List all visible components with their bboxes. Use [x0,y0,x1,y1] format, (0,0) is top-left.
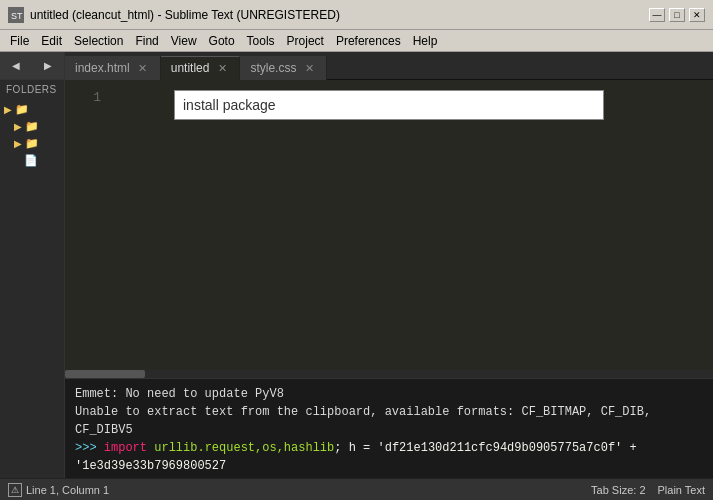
sidebar-item-4[interactable]: 📄 [0,152,64,169]
command-input[interactable] [175,91,603,119]
folder-icon-3: 📁 [25,137,39,150]
svg-text:ST: ST [11,11,23,21]
menu-goto[interactable]: Goto [203,32,241,50]
folder-icon: 📁 [15,103,29,116]
console-line-2: Unable to extract text from the clipboar… [75,403,703,439]
tab-close-index[interactable]: ✕ [136,61,150,75]
horizontal-scrollbar[interactable] [65,370,713,378]
syntax-label[interactable]: Plain Text [658,484,706,496]
file-icon: 📄 [24,154,38,167]
menu-edit[interactable]: Edit [35,32,68,50]
tab-label-index: index.html [75,61,130,75]
folder-expand-icon: ▶ [4,104,12,115]
sidebar-items: ▶ 📁 ▶ 📁 ▶ 📁 📄 [0,99,64,171]
console-import-keyword: import [104,441,154,455]
main-container: ◀ ▶ FOLDERS ▶ 📁 ▶ 📁 ▶ 📁 📄 [0,52,713,478]
scrollbar-thumb-horizontal[interactable] [65,370,145,378]
line-numbers: 1 [65,80,105,370]
menu-view[interactable]: View [165,32,203,50]
code-area[interactable] [105,80,713,370]
tab-label-style: style.css [250,61,296,75]
console-code: urllib.request,os,hashlib [154,441,334,455]
status-warning-icon: ⚠ [8,483,22,497]
tab-close-style[interactable]: ✕ [302,61,316,75]
tab-close-untitled[interactable]: ✕ [215,61,229,75]
title-bar: ST untitled (cleancut_html) - Sublime Te… [0,0,713,30]
console-line-3: >>> import urllib.request,os,hashlib; h … [75,439,703,475]
status-right: Tab Size: 2 Plain Text [591,484,705,496]
menu-tools[interactable]: Tools [241,32,281,50]
maximize-button[interactable]: □ [669,8,685,22]
window-controls: — □ ✕ [649,8,705,22]
menu-selection[interactable]: Selection [68,32,129,50]
title-bar-left: ST untitled (cleancut_html) - Sublime Te… [8,7,340,23]
line-number-1: 1 [65,88,101,108]
menu-file[interactable]: File [4,32,35,50]
folder-expand-icon-3: ▶ [14,138,22,149]
status-bar: ⚠ Line 1, Column 1 Tab Size: 2 Plain Tex… [0,478,713,500]
folder-expand-icon-2: ▶ [14,121,22,132]
minimize-button[interactable]: — [649,8,665,22]
cursor-position: Line 1, Column 1 [26,484,109,496]
console-line-1: Emmet: No need to update PyV8 [75,385,703,403]
menu-help[interactable]: Help [407,32,444,50]
sidebar-item-1[interactable]: ▶ 📁 [0,101,64,118]
tab-label-untitled: untitled [171,61,210,75]
tab-index-html[interactable]: index.html ✕ [65,56,161,80]
sidebar-item-3[interactable]: ▶ 📁 [0,135,64,152]
status-left: ⚠ Line 1, Column 1 [8,483,109,497]
command-palette[interactable] [174,90,604,120]
editor-area: index.html ✕ untitled ✕ style.css ✕ 1 [65,52,713,478]
menu-preferences[interactable]: Preferences [330,32,407,50]
tabs-bar: index.html ✕ untitled ✕ style.css ✕ [65,52,713,80]
editor-content[interactable]: 1 [65,80,713,370]
tab-style-css[interactable]: style.css ✕ [240,56,327,80]
menu-find[interactable]: Find [129,32,164,50]
tab-untitled[interactable]: untitled ✕ [161,56,241,80]
folder-icon-2: 📁 [25,120,39,133]
sidebar-nav: ◀ ▶ [0,52,64,80]
console-prompt: >>> [75,441,104,455]
sidebar: ◀ ▶ FOLDERS ▶ 📁 ▶ 📁 ▶ 📁 📄 [0,52,65,478]
sidebar-back-button[interactable]: ◀ [0,52,32,79]
console-line-4: 275309 [75,475,703,478]
sidebar-forward-button[interactable]: ▶ [32,52,64,79]
app-icon: ST [8,7,24,23]
sidebar-label: FOLDERS [0,80,64,99]
sidebar-item-2[interactable]: ▶ 📁 [0,118,64,135]
window-title: untitled (cleancut_html) - Sublime Text … [30,8,340,22]
menu-bar: File Edit Selection Find View Goto Tools… [0,30,713,52]
console-area: Emmet: No need to update PyV8 Unable to … [65,378,713,478]
tab-size-label[interactable]: Tab Size: 2 [591,484,645,496]
close-button[interactable]: ✕ [689,8,705,22]
menu-project[interactable]: Project [281,32,330,50]
